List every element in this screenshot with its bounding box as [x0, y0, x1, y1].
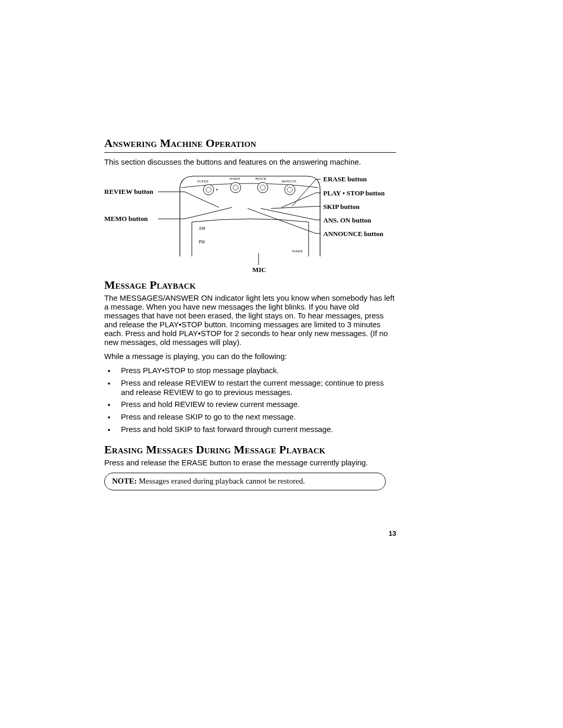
heading-erasing: Erasing Messages During Message Playback	[104, 443, 396, 456]
page: Answering Machine Operation This section…	[0, 0, 563, 728]
label-mic: MIC	[252, 266, 266, 274]
svg-point-2	[230, 182, 241, 193]
note-box: NOTE: Messages erased during playback ca…	[104, 473, 386, 490]
label-memo: MEMO button	[104, 215, 148, 223]
caption-wake: WAKE	[229, 177, 240, 181]
list-item: Press and hold REVIEW to review current …	[116, 400, 396, 410]
svg-point-4	[258, 182, 268, 193]
caption-minute: MINUTE	[282, 179, 297, 183]
note-label: NOTE:	[112, 477, 139, 485]
label-erase: ERASE button	[323, 175, 366, 183]
svg-point-8	[216, 189, 218, 191]
label-skip: SKIP button	[323, 203, 360, 211]
label-ans-on: ANS. ON button	[323, 216, 371, 225]
svg-point-6	[285, 184, 295, 195]
intro-paragraph: This section discusses the buttons and f…	[104, 158, 396, 167]
caption-hour: HOUR	[255, 177, 266, 181]
page-number: 13	[389, 529, 396, 537]
content-column: Answering Machine Operation This section…	[104, 137, 396, 490]
label-announce: ANNOUNCE button	[323, 230, 383, 238]
caption-pm: PM	[199, 240, 205, 244]
label-review: REVIEW button	[104, 188, 153, 196]
rule-1	[104, 152, 396, 153]
svg-point-0	[203, 184, 214, 195]
heading-answering-machine: Answering Machine Operation	[104, 137, 396, 150]
list-item: Press and release REVIEW to restart the …	[116, 379, 396, 398]
mp-para2: While a message is playing, you can do t…	[104, 352, 396, 361]
caption-sleep: SLEEP	[197, 179, 209, 183]
erasing-para: Press and release the ERASE button to er…	[104, 459, 396, 467]
list-item: Press PLAY•STOP to stop message playback…	[116, 366, 396, 376]
note-text: Messages erased during playback cannot b…	[139, 477, 305, 485]
list-item: Press and hold SKIP to fast forward thro…	[116, 425, 396, 435]
heading-message-playback: Message Playback	[104, 278, 396, 292]
diagram: SLEEP WAKE HOUR MINUTE AM PM WAKE REVIEW…	[104, 172, 396, 276]
caption-wake2: WAKE	[292, 249, 303, 253]
caption-am: AM	[199, 226, 205, 231]
mp-bullets: Press PLAY•STOP to stop message playback…	[104, 366, 396, 435]
mp-para1: The MESSAGES/ANSWER ON indicator light l…	[104, 294, 396, 347]
label-play-stop: PLAY • STOP button	[323, 189, 385, 198]
list-item: Press and release SKIP to go to the next…	[116, 413, 396, 422]
